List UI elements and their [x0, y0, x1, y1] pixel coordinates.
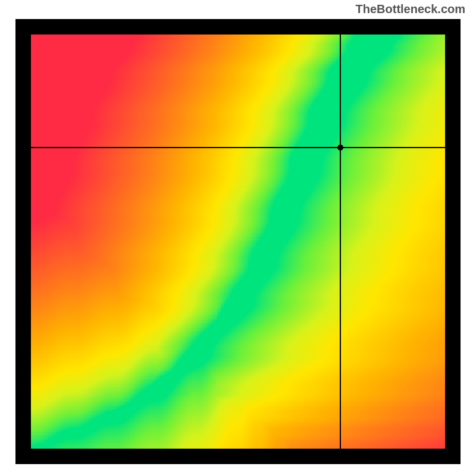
heatmap-plot-area — [31, 35, 445, 449]
attribution-text: TheBottleneck.com — [356, 2, 465, 16]
crosshair-vertical — [340, 35, 341, 449]
crosshair-horizontal — [31, 147, 445, 148]
heatmap-canvas — [31, 35, 445, 449]
chart-frame — [15, 19, 461, 464]
data-point-marker — [337, 145, 343, 151]
